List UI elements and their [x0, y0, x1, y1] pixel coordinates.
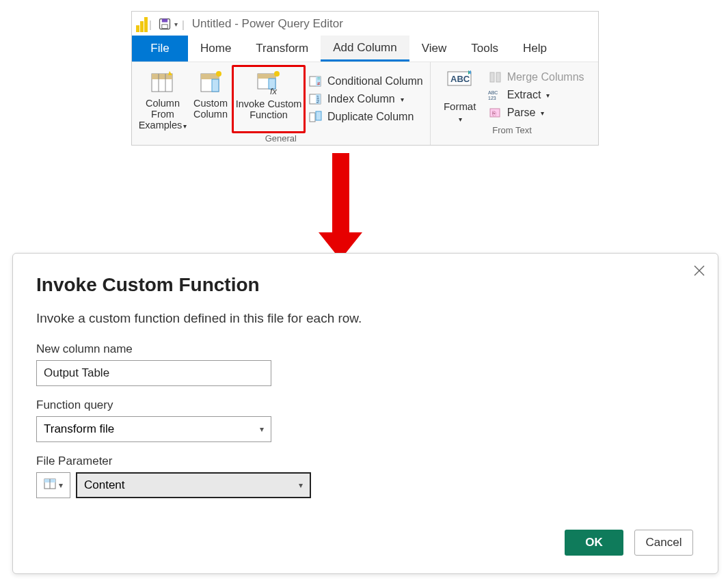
svg-text:2: 2 — [316, 99, 319, 104]
merge-columns-icon — [488, 70, 503, 84]
file-parameter-value: Content — [84, 478, 125, 492]
svg-text:fx: fx — [270, 86, 278, 96]
index-column-label: Index Column — [327, 93, 395, 105]
tab-view[interactable]: View — [409, 36, 459, 62]
conditional-column-button[interactable]: =≠ Conditional Column — [308, 74, 423, 88]
svg-rect-30 — [496, 72, 500, 82]
new-column-name-input[interactable] — [36, 360, 271, 386]
chevron-down-icon: ▾ — [401, 96, 404, 103]
svg-rect-13 — [258, 74, 275, 79]
group-label-from-text: From Text — [492, 125, 532, 135]
column-from-examples-button[interactable]: Column From Examples▾ — [136, 66, 189, 132]
duplicate-column-icon — [308, 110, 323, 124]
tab-file[interactable]: File — [132, 36, 188, 62]
parameter-type-button[interactable]: ▾ — [36, 472, 70, 498]
svg-text:≠: ≠ — [317, 81, 321, 87]
svg-rect-25 — [310, 113, 315, 122]
file-parameter-label: File Parameter — [36, 454, 695, 468]
function-query-label: Function query — [36, 398, 695, 412]
annotation-arrow — [332, 153, 349, 235]
invoke-custom-function-label: Invoke Custom Function — [234, 98, 304, 120]
invoke-custom-function-button[interactable]: fx Invoke Custom Function — [232, 65, 306, 133]
column-from-examples-label: Column From Examples — [139, 98, 183, 131]
format-button[interactable]: ABC Format▾ — [440, 69, 480, 124]
close-icon[interactable] — [693, 264, 705, 280]
file-parameter-select[interactable]: Content ▾ — [76, 472, 311, 498]
ribbon-body: Column From Examples▾ Custom Column fx I… — [132, 62, 598, 145]
parse-icon: ⎘ — [488, 106, 503, 120]
function-query-select[interactable]: Transform file ▾ — [36, 416, 271, 442]
dialog-title: Invoke Custom Function — [36, 274, 695, 296]
parse-button[interactable]: ⎘ Parse ▾ — [488, 106, 584, 120]
extract-icon: ABC123 — [488, 88, 503, 102]
svg-rect-2 — [162, 25, 167, 29]
merge-columns-button: Merge Columns — [488, 70, 584, 84]
ok-button[interactable]: OK — [565, 530, 623, 556]
tab-home[interactable]: Home — [188, 36, 243, 62]
duplicate-column-button[interactable]: Duplicate Column — [308, 110, 423, 124]
conditional-column-label: Conditional Column — [327, 75, 423, 87]
tab-tools[interactable]: Tools — [459, 36, 511, 62]
tab-help[interactable]: Help — [511, 36, 559, 62]
table-icon — [44, 478, 56, 492]
chevron-down-icon: ▾ — [59, 480, 63, 490]
custom-column-label: Custom Column — [189, 98, 232, 120]
table-sparkle-icon — [198, 70, 223, 96]
duplicate-column-label: Duplicate Column — [327, 111, 414, 123]
chevron-down-icon: ▾ — [299, 480, 303, 490]
format-abc-icon: ABC — [445, 85, 475, 97]
table-fx-icon: fx — [255, 70, 282, 98]
chevron-down-icon: ▾ — [546, 92, 550, 99]
chevron-down-icon: ▾ — [541, 109, 544, 117]
title-bar: | ▾ | Untitled - Power Query Editor — [132, 12, 598, 36]
svg-marker-7 — [168, 71, 172, 75]
tab-transform[interactable]: Transform — [243, 36, 321, 62]
save-icon[interactable] — [158, 17, 172, 31]
ribbon-tabs: File Home Transform Add Column View Tool… — [132, 36, 598, 62]
index-column-icon: 12 — [308, 92, 323, 106]
invoke-custom-function-dialog: Invoke Custom Function Invoke a custom f… — [12, 253, 718, 574]
cancel-button[interactable]: Cancel — [634, 530, 693, 556]
svg-text:123: 123 — [488, 96, 496, 100]
dialog-description: Invoke a custom function defined in this… — [36, 311, 695, 326]
extract-button[interactable]: ABC123 Extract ▾ — [488, 88, 584, 102]
tab-add-column[interactable]: Add Column — [321, 36, 409, 62]
svg-rect-1 — [162, 19, 167, 23]
svg-rect-9 — [201, 74, 219, 79]
index-column-button[interactable]: 12 Index Column ▾ — [308, 92, 423, 106]
svg-rect-26 — [316, 111, 321, 120]
extract-label: Extract — [507, 89, 541, 101]
parse-label: Parse — [507, 107, 536, 119]
chevron-down-icon: ▾ — [260, 424, 264, 434]
window-title: Untitled - Power Query Editor — [192, 17, 343, 31]
quick-access-dropdown-icon[interactable]: ▾ — [174, 21, 178, 28]
svg-rect-29 — [490, 72, 494, 82]
format-label: Format — [444, 100, 476, 112]
svg-rect-10 — [212, 79, 219, 92]
conditional-column-icon: =≠ — [308, 74, 323, 88]
power-query-window: | ▾ | Untitled - Power Query Editor File… — [131, 11, 599, 146]
group-label-general: General — [265, 133, 297, 144]
merge-columns-label: Merge Columns — [507, 71, 584, 83]
new-column-name-label: New column name — [36, 342, 695, 356]
powerbi-logo-icon — [136, 16, 148, 32]
svg-text:ABC: ABC — [488, 90, 498, 95]
function-query-value: Transform file — [44, 422, 114, 436]
svg-text:ABC: ABC — [450, 74, 470, 84]
svg-point-16 — [274, 71, 280, 77]
svg-point-11 — [216, 71, 221, 77]
custom-column-button[interactable]: Custom Column — [189, 66, 232, 132]
table-star-icon — [149, 70, 176, 96]
